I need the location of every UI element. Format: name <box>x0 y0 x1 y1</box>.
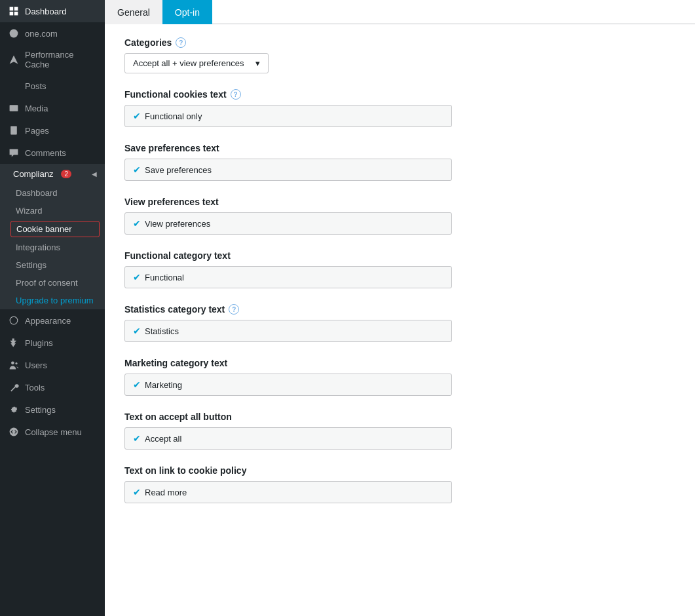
onecom-icon <box>8 28 20 39</box>
pages-icon <box>8 125 20 136</box>
content-area: Categories ? Accept all + view preferenc… <box>105 24 695 616</box>
functional-category-input[interactable]: ✔ Functional <box>124 266 452 288</box>
svg-rect-1 <box>14 7 18 11</box>
statistics-category-label: Statistics category text ? <box>124 304 675 315</box>
accept-all-label: Text on accept all button <box>124 412 675 422</box>
sidebar-item-label: Users <box>25 360 47 370</box>
submenu-item-cookie-banner[interactable]: Cookie banner <box>10 221 100 237</box>
sidebar-item-label: Appearance <box>25 316 71 326</box>
sidebar-item-label: Settings <box>25 405 56 415</box>
save-preferences-input[interactable]: ✔ Save preferences <box>124 159 452 181</box>
sidebar-item-label: one.com <box>25 29 58 39</box>
sidebar-item-onecom[interactable]: one.com <box>0 22 105 45</box>
categories-section: Categories ? Accept all + view preferenc… <box>124 37 675 73</box>
sidebar-item-label: Plugins <box>25 338 53 348</box>
functional-cookies-help-icon[interactable]: ? <box>231 89 241 100</box>
save-preferences-section: Save preferences text ✔ Save preferences <box>124 143 675 181</box>
sidebar-item-users[interactable]: Users <box>0 354 105 376</box>
sidebar-item-collapse[interactable]: Collapse menu <box>0 421 105 443</box>
submenu-item-wizard[interactable]: Wizard <box>0 202 105 220</box>
sidebar-item-label: Dashboard <box>25 7 67 16</box>
categories-label: Categories ? <box>124 37 675 48</box>
collapse-icon <box>8 426 20 438</box>
sidebar-item-settings[interactable]: Settings <box>0 398 105 421</box>
save-preferences-label: Save preferences text <box>124 143 675 153</box>
svg-point-4 <box>10 29 18 38</box>
categories-dropdown[interactable]: Accept all + view preferences ▾ <box>124 53 269 73</box>
sidebar-item-label: Comments <box>25 148 66 158</box>
check-icon: ✔ <box>133 433 141 444</box>
statistics-category-input[interactable]: ✔ Statistics <box>124 320 452 342</box>
cookie-policy-label: Text on link to cookie policy <box>124 465 675 476</box>
sidebar-item-media[interactable]: Media <box>0 97 105 119</box>
sidebar-item-label: Pages <box>25 126 49 136</box>
svg-rect-0 <box>10 7 14 11</box>
svg-point-7 <box>11 361 14 364</box>
check-icon: ✔ <box>133 164 141 175</box>
view-preferences-section: View preferences text ✔ View preferences <box>124 197 675 235</box>
sidebar-item-dashboard[interactable]: Dashboard <box>0 0 105 22</box>
check-icon: ✔ <box>133 218 141 229</box>
check-icon: ✔ <box>133 326 141 336</box>
functional-cookies-section: Functional cookies text ? ✔ Functional o… <box>124 89 675 127</box>
tab-bar: General Opt-in <box>105 0 695 24</box>
svg-rect-2 <box>10 12 14 16</box>
sidebar-item-plugins[interactable]: Plugins <box>0 332 105 354</box>
complianz-label: Complianz <box>13 169 53 179</box>
sidebar-item-complianz[interactable]: Complianz 2 ◀ <box>0 164 105 184</box>
complianz-arrow-icon: ◀ <box>92 170 97 178</box>
appearance-icon <box>8 315 20 326</box>
sidebar-item-performance-cache[interactable]: Performance Cache <box>0 45 105 75</box>
complianz-submenu: Dashboard Wizard Cookie banner Integrati… <box>0 184 105 309</box>
dropdown-arrow-icon: ▾ <box>255 58 260 68</box>
svg-point-8 <box>15 362 17 364</box>
cookie-policy-input[interactable]: ✔ Read more <box>124 481 452 503</box>
marketing-category-section: Marketing category text ✔ Marketing <box>124 358 675 396</box>
dashboard-icon <box>8 5 20 17</box>
functional-cookies-input[interactable]: ✔ Functional only <box>124 105 452 127</box>
sidebar-item-label: Tools <box>25 383 45 393</box>
sidebar-item-label: Collapse menu <box>25 427 82 437</box>
tab-opt-in[interactable]: Opt-in <box>162 0 212 24</box>
sidebar-item-appearance[interactable]: Appearance <box>0 309 105 332</box>
view-preferences-input[interactable]: ✔ View preferences <box>124 212 452 235</box>
sidebar-item-posts[interactable]: Posts <box>0 75 105 97</box>
statistics-help-icon[interactable]: ? <box>229 304 239 315</box>
svg-rect-3 <box>14 12 18 16</box>
settings-icon <box>8 404 20 415</box>
plugins-icon <box>8 337 20 349</box>
submenu-item-dashboard[interactable]: Dashboard <box>0 184 105 202</box>
submenu-item-proof-consent[interactable]: Proof of consent <box>0 274 105 292</box>
users-icon <box>8 359 20 371</box>
cookie-policy-section: Text on link to cookie policy ✔ Read mor… <box>124 465 675 503</box>
sidebar-item-label: Performance Cache <box>25 50 97 69</box>
check-icon: ✔ <box>133 487 141 497</box>
functional-category-section: Functional category text ✔ Functional <box>124 250 675 288</box>
submenu-item-integrations[interactable]: Integrations <box>0 239 105 256</box>
submenu-item-settings[interactable]: Settings <box>0 256 105 274</box>
categories-dropdown-container: Accept all + view preferences ▾ <box>124 53 269 73</box>
media-icon <box>8 102 20 114</box>
sidebar-item-label: Posts <box>25 81 47 91</box>
functional-cookies-label: Functional cookies text ? <box>124 89 675 100</box>
tools-icon <box>8 381 20 393</box>
submenu-item-upgrade[interactable]: Upgrade to premium <box>0 292 105 309</box>
statistics-category-section: Statistics category text ? ✔ Statistics <box>124 304 675 342</box>
comments-icon <box>8 147 20 159</box>
sidebar: Dashboard one.com Performance Cache Post… <box>0 0 105 616</box>
check-icon: ✔ <box>133 272 141 282</box>
complianz-badge: 2 <box>61 170 71 178</box>
check-icon: ✔ <box>133 379 141 390</box>
accept-all-input[interactable]: ✔ Accept all <box>124 427 452 450</box>
sidebar-item-comments[interactable]: Comments <box>0 142 105 164</box>
marketing-category-label: Marketing category text <box>124 358 675 368</box>
marketing-category-input[interactable]: ✔ Marketing <box>124 374 452 396</box>
sidebar-item-label: Media <box>25 104 48 113</box>
accept-all-section: Text on accept all button ✔ Accept all <box>124 412 675 450</box>
check-icon: ✔ <box>133 111 141 121</box>
sidebar-item-tools[interactable]: Tools <box>0 376 105 398</box>
categories-help-icon[interactable]: ? <box>176 37 186 48</box>
functional-category-label: Functional category text <box>124 250 675 261</box>
sidebar-item-pages[interactable]: Pages <box>0 119 105 142</box>
tab-general[interactable]: General <box>105 0 162 24</box>
